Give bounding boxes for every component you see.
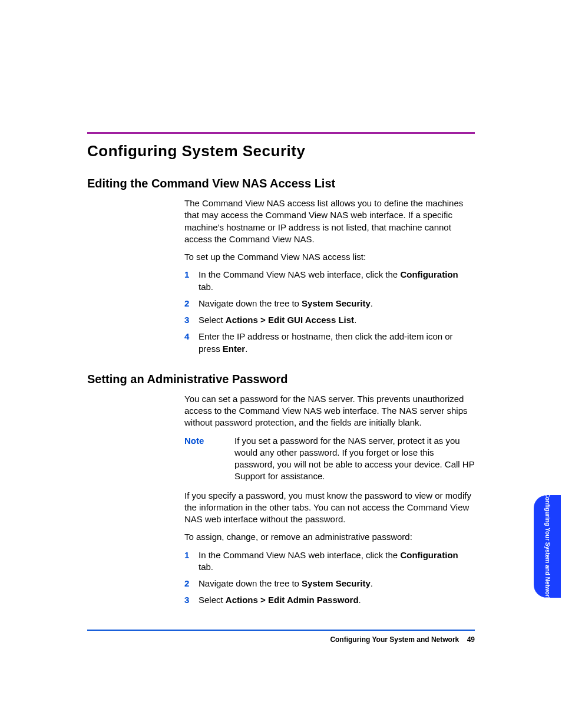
text-bold: Enter xyxy=(223,344,245,354)
text-run: In the Command View NAS web interface, c… xyxy=(199,269,400,279)
text-run: Navigate down the tree to xyxy=(199,298,302,308)
step-text: Select Actions > Edit Admin Password. xyxy=(199,594,475,606)
text-bold: Actions > Edit Admin Password xyxy=(226,595,359,605)
step-number: 2 xyxy=(184,298,193,309)
note: Note If you set a password for the NAS s… xyxy=(184,435,475,483)
text-run: tab. xyxy=(199,282,213,292)
acl-step-3: 3 Select Actions > Edit GUI Access List. xyxy=(184,314,475,326)
step-text: In the Command View NAS web interface, c… xyxy=(199,269,475,293)
pwd-body: You can set a password for the NAS serve… xyxy=(184,393,475,607)
acl-heading: Editing the Command View NAS Access List xyxy=(87,177,475,190)
text-bold: Configuration xyxy=(400,269,458,279)
text-bold: Configuration xyxy=(400,550,458,560)
acl-lead: To set up the Command View NAS access li… xyxy=(184,251,475,263)
page-title: Configuring System Security xyxy=(87,142,475,160)
step-text: Enter the IP address or hostname, then c… xyxy=(199,331,475,355)
content-area: Configuring System Security Editing the … xyxy=(87,132,475,624)
text-run: . xyxy=(354,315,356,325)
side-tab-text: Configuring Your System and Network xyxy=(544,493,551,600)
footer-page-number: 49 xyxy=(467,635,475,644)
acl-step-2: 2 Navigate down the tree to System Secur… xyxy=(184,298,475,309)
step-text: Navigate down the tree to System Securit… xyxy=(199,578,475,589)
note-text: If you set a password for the NAS server… xyxy=(234,435,475,483)
pwd-steps: 1 In the Command View NAS web interface,… xyxy=(184,549,475,607)
text-bold: Actions > Edit GUI Access List xyxy=(226,315,354,325)
step-number: 2 xyxy=(184,578,193,589)
pwd-heading: Setting an Administrative Password xyxy=(87,373,475,386)
pwd-step-1: 1 In the Command View NAS web interface,… xyxy=(184,549,475,574)
bottom-rule xyxy=(87,630,475,631)
acl-step-4: 4 Enter the IP address or hostname, then… xyxy=(184,331,475,355)
acl-step-1: 1 In the Command View NAS web interface,… xyxy=(184,269,475,293)
text-run: Select xyxy=(199,315,226,325)
text-run: . xyxy=(371,298,373,308)
section-acl: Editing the Command View NAS Access List… xyxy=(87,177,475,355)
acl-body: The Command View NAS access list allows … xyxy=(184,197,475,355)
acl-steps: 1 In the Command View NAS web interface,… xyxy=(184,269,475,355)
pwd-intro: You can set a password for the NAS serve… xyxy=(184,393,475,429)
text-run: . xyxy=(359,595,361,605)
side-tab: Configuring Your System and Network xyxy=(534,495,561,598)
text-bold: System Security xyxy=(302,578,371,588)
step-number: 1 xyxy=(184,269,193,293)
text-run: Navigate down the tree to xyxy=(199,578,302,588)
step-number: 4 xyxy=(184,331,193,355)
pwd-step-3: 3 Select Actions > Edit Admin Password. xyxy=(184,594,475,606)
step-text: In the Command View NAS web interface, c… xyxy=(199,549,475,574)
pwd-lead: To assign, change, or remove an administ… xyxy=(184,531,475,543)
side-tab-line: Configuring Your System and Network xyxy=(544,493,551,600)
step-number: 3 xyxy=(184,594,193,606)
text-run: Select xyxy=(199,595,226,605)
top-rule xyxy=(87,132,475,134)
pwd-step-2: 2 Navigate down the tree to System Secur… xyxy=(184,578,475,589)
note-label: Note xyxy=(184,435,217,483)
step-text: Navigate down the tree to System Securit… xyxy=(199,298,475,309)
page: Configuring System Security Editing the … xyxy=(0,0,562,728)
step-number: 3 xyxy=(184,314,193,326)
section-pwd: Setting an Administrative Password You c… xyxy=(87,373,475,607)
footer: Configuring Your System and Network 49 xyxy=(330,635,475,644)
acl-intro: The Command View NAS access list allows … xyxy=(184,197,475,245)
text-run: . xyxy=(371,578,373,588)
text-run: tab. xyxy=(199,562,213,572)
footer-chapter: Configuring Your System and Network xyxy=(330,635,459,644)
pwd-para2: If you specify a password, you must know… xyxy=(184,490,475,526)
text-run: . xyxy=(245,344,247,354)
text-run: In the Command View NAS web interface, c… xyxy=(199,550,400,560)
step-number: 1 xyxy=(184,549,193,574)
text-bold: System Security xyxy=(302,298,371,308)
step-text: Select Actions > Edit GUI Access List. xyxy=(199,314,475,326)
